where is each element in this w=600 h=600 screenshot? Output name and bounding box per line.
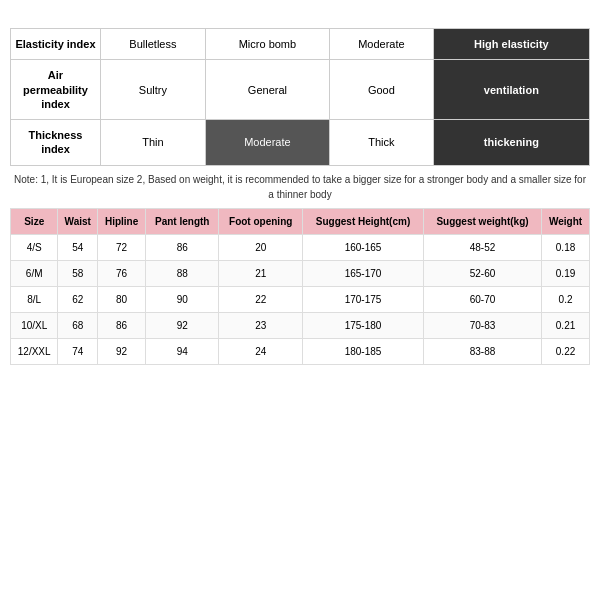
top-cell-2-2: Thick — [330, 120, 434, 166]
row-label-1: Air permeability index — [11, 60, 101, 120]
top-cell-1-1: General — [205, 60, 329, 120]
cell-1-7: 0.19 — [542, 260, 590, 286]
cell-1-3: 88 — [146, 260, 219, 286]
top-cell-0-0: Bulletless — [101, 29, 206, 60]
table-row: 12/XXL74929424180-18583-880.22 — [11, 338, 590, 364]
cell-0-5: 160-165 — [303, 234, 424, 260]
col-header-2: Hipline — [98, 208, 146, 234]
col-header-7: Weight — [542, 208, 590, 234]
cell-2-5: 170-175 — [303, 286, 424, 312]
cell-2-2: 80 — [98, 286, 146, 312]
cell-4-2: 92 — [98, 338, 146, 364]
cell-3-6: 70-83 — [423, 312, 541, 338]
cell-2-6: 60-70 — [423, 286, 541, 312]
cell-0-2: 72 — [98, 234, 146, 260]
col-header-0: Size — [11, 208, 58, 234]
col-header-4: Foot opening — [219, 208, 303, 234]
table-row: 8/L62809022170-17560-700.2 — [11, 286, 590, 312]
cell-4-6: 83-88 — [423, 338, 541, 364]
cell-3-7: 0.21 — [542, 312, 590, 338]
cell-4-5: 180-185 — [303, 338, 424, 364]
elasticity-table: Elasticity indexBulletlessMicro bombMode… — [10, 28, 590, 166]
top-cell-1-3: ventilation — [433, 60, 589, 120]
cell-4-3: 94 — [146, 338, 219, 364]
top-cell-0-1: Micro bomb — [205, 29, 329, 60]
top-cell-0-3: High elasticity — [433, 29, 589, 60]
cell-0-4: 20 — [219, 234, 303, 260]
cell-0-0: 4/S — [11, 234, 58, 260]
note-text: Note: 1, It is European size 2, Based on… — [10, 172, 590, 202]
cell-2-7: 0.2 — [542, 286, 590, 312]
cell-1-5: 165-170 — [303, 260, 424, 286]
cell-1-6: 52-60 — [423, 260, 541, 286]
cell-3-4: 23 — [219, 312, 303, 338]
top-cell-0-2: Moderate — [330, 29, 434, 60]
cell-4-7: 0.22 — [542, 338, 590, 364]
cell-3-3: 92 — [146, 312, 219, 338]
top-cell-2-1: Moderate — [205, 120, 329, 166]
cell-2-3: 90 — [146, 286, 219, 312]
cell-2-4: 22 — [219, 286, 303, 312]
top-cell-2-3: thickening — [433, 120, 589, 166]
cell-2-0: 8/L — [11, 286, 58, 312]
top-cell-2-0: Thin — [101, 120, 206, 166]
cell-3-0: 10/XL — [11, 312, 58, 338]
cell-1-0: 6/M — [11, 260, 58, 286]
cell-1-2: 76 — [98, 260, 146, 286]
table-row: 10/XL68869223175-18070-830.21 — [11, 312, 590, 338]
top-cell-1-2: Good — [330, 60, 434, 120]
cell-4-1: 74 — [58, 338, 98, 364]
table-row: 6/M58768821165-17052-600.19 — [11, 260, 590, 286]
cell-0-1: 54 — [58, 234, 98, 260]
cell-3-2: 86 — [98, 312, 146, 338]
cell-0-7: 0.18 — [542, 234, 590, 260]
row-label-2: Thickness index — [11, 120, 101, 166]
cell-1-1: 58 — [58, 260, 98, 286]
cell-3-1: 68 — [58, 312, 98, 338]
col-header-1: Waist — [58, 208, 98, 234]
row-label-0: Elasticity index — [11, 29, 101, 60]
col-header-5: Suggest Height(cm) — [303, 208, 424, 234]
top-cell-1-0: Sultry — [101, 60, 206, 120]
cell-4-4: 24 — [219, 338, 303, 364]
cell-1-4: 21 — [219, 260, 303, 286]
cell-0-6: 48-52 — [423, 234, 541, 260]
size-table: SizeWaistHiplinePant lengthFoot openingS… — [10, 208, 590, 365]
cell-0-3: 86 — [146, 234, 219, 260]
col-header-3: Pant length — [146, 208, 219, 234]
col-header-6: Suggest weight(kg) — [423, 208, 541, 234]
size-chart-container: Elasticity indexBulletlessMicro bombMode… — [10, 28, 590, 365]
table-row: 4/S54728620160-16548-520.18 — [11, 234, 590, 260]
cell-3-5: 175-180 — [303, 312, 424, 338]
cell-4-0: 12/XXL — [11, 338, 58, 364]
cell-2-1: 62 — [58, 286, 98, 312]
